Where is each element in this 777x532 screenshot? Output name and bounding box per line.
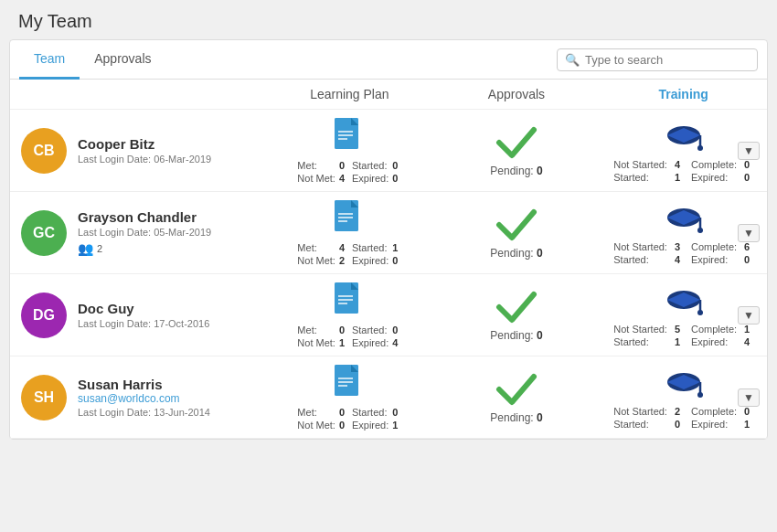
svg-rect-3 bbox=[338, 131, 353, 133]
approvals-cell: Pending: 0 bbox=[433, 282, 601, 349]
page-title: My Team bbox=[18, 11, 759, 32]
member-details: Grayson ChandlerLast Login Date: 05-Mar-… bbox=[78, 209, 255, 256]
approvals-cell: Pending: 0 bbox=[433, 117, 601, 185]
member-info: DGDoc GuyLast Login Date: 17-Oct-2016 bbox=[10, 283, 266, 347]
table-row: DGDoc GuyLast Login Date: 17-Oct-2016 Me… bbox=[10, 274, 767, 356]
table-row: CBCooper BitzLast Login Date: 06-Mar-201… bbox=[10, 110, 767, 192]
approvals-cell: Pending: 0 bbox=[433, 364, 601, 431]
search-icon: 🔍 bbox=[565, 53, 580, 67]
col-header-training: Training bbox=[600, 87, 767, 101]
lp-stats: Met:0 Started:0 Not Met:0 Expired:1 bbox=[297, 407, 401, 431]
member-details: Doc GuyLast Login Date: 17-Oct-2016 bbox=[78, 301, 255, 329]
svg-rect-38 bbox=[338, 385, 347, 387]
row-dropdown-button[interactable]: ▼ bbox=[738, 306, 760, 325]
graduation-icon bbox=[663, 201, 705, 238]
member-badge: 👥2 bbox=[78, 241, 255, 256]
avatar: GC bbox=[21, 210, 67, 256]
training-stats: Not Started:2 Complete:0 Started:0 Expir… bbox=[613, 406, 753, 430]
member-login: Last Login Date: 13-Jun-2014 bbox=[78, 407, 255, 418]
member-name: Cooper Bitz bbox=[78, 136, 255, 152]
training-stats: Not Started:3 Complete:6 Started:4 Expir… bbox=[613, 241, 753, 265]
member-login: Last Login Date: 05-Mar-2019 bbox=[78, 227, 255, 238]
svg-point-43 bbox=[697, 392, 703, 398]
member-login: Last Login Date: 17-Oct-2016 bbox=[78, 318, 255, 329]
search-box: 🔍 bbox=[557, 48, 758, 71]
svg-rect-26 bbox=[338, 299, 353, 301]
row-dropdown-button[interactable]: ▼ bbox=[738, 142, 760, 160]
training-cell: Not Started:2 Complete:0 Started:0 Expir… bbox=[600, 358, 767, 437]
lp-cell: Met:0 Started:0 Not Met:1 Expired:4 bbox=[266, 275, 433, 356]
lp-cell: Met:4 Started:1 Not Met:2 Expired:0 bbox=[266, 193, 433, 273]
row-dropdown-button[interactable]: ▼ bbox=[738, 388, 760, 407]
lp-stats: Met:4 Started:1 Not Met:2 Expired:0 bbox=[297, 242, 401, 266]
svg-rect-15 bbox=[338, 217, 353, 218]
avatar: SH bbox=[21, 375, 67, 420]
member-login: Last Login Date: 06-Mar-2019 bbox=[78, 154, 255, 165]
badge-count: 2 bbox=[97, 243, 102, 254]
member-info: SHSusan Harrissusan@worldco.comLast Logi… bbox=[10, 366, 266, 430]
training-cell: Not Started:3 Complete:6 Started:4 Expir… bbox=[600, 194, 767, 272]
member-info: CBCooper BitzLast Login Date: 06-Mar-201… bbox=[10, 119, 266, 183]
member-details: Cooper BitzLast Login Date: 06-Mar-2019 bbox=[78, 136, 255, 165]
svg-rect-25 bbox=[338, 295, 353, 297]
tabs-bar: Team Approvals 🔍 bbox=[10, 40, 767, 80]
member-email: susan@worldco.com bbox=[78, 392, 255, 405]
member-info: GCGrayson ChandlerLast Login Date: 05-Ma… bbox=[10, 200, 266, 265]
avatar: DG bbox=[21, 293, 67, 338]
search-input[interactable] bbox=[585, 53, 750, 67]
approvals-pending: Pending: 0 bbox=[490, 411, 542, 424]
col-header-approvals: Approvals bbox=[433, 87, 601, 101]
svg-point-21 bbox=[697, 228, 703, 233]
avatar: CB bbox=[21, 128, 67, 174]
training-cell: Not Started:5 Complete:1 Started:1 Expir… bbox=[600, 276, 767, 355]
approvals-cell: Pending: 0 bbox=[433, 199, 601, 267]
svg-point-32 bbox=[697, 310, 703, 315]
lp-cell: Met:0 Started:0 Not Met:4 Expired:0 bbox=[266, 111, 433, 191]
row-dropdown-button[interactable]: ▼ bbox=[738, 224, 760, 242]
document-icon bbox=[333, 200, 366, 239]
svg-rect-14 bbox=[338, 213, 353, 215]
column-headers: Learning Plan Approvals Training bbox=[10, 80, 767, 110]
tab-team[interactable]: Team bbox=[19, 40, 80, 80]
document-icon bbox=[333, 118, 366, 156]
main-card: Team Approvals 🔍 Learning Plan Approvals… bbox=[9, 39, 768, 440]
svg-rect-16 bbox=[338, 220, 347, 222]
table-row: GCGrayson ChandlerLast Login Date: 05-Ma… bbox=[10, 192, 767, 274]
checkmark-icon bbox=[495, 124, 538, 161]
training-cell: Not Started:4 Complete:0 Started:1 Expir… bbox=[600, 112, 767, 190]
approvals-pending: Pending: 0 bbox=[490, 165, 542, 177]
lp-stats: Met:0 Started:0 Not Met:1 Expired:4 bbox=[297, 325, 401, 348]
checkmark-icon bbox=[495, 289, 538, 325]
training-stats: Not Started:4 Complete:0 Started:1 Expir… bbox=[613, 159, 753, 183]
checkmark-icon bbox=[495, 207, 538, 243]
svg-rect-27 bbox=[338, 303, 347, 304]
svg-rect-36 bbox=[338, 378, 353, 379]
lp-stats: Met:0 Started:0 Not Met:4 Expired:0 bbox=[297, 160, 401, 184]
member-name: Susan Harris bbox=[78, 377, 255, 392]
table-row: SHSusan Harrissusan@worldco.comLast Logi… bbox=[10, 356, 767, 439]
checkmark-icon bbox=[495, 371, 538, 408]
document-icon bbox=[333, 282, 366, 321]
tab-approvals[interactable]: Approvals bbox=[80, 40, 165, 80]
members-list: CBCooper BitzLast Login Date: 06-Mar-201… bbox=[10, 110, 767, 439]
svg-point-10 bbox=[697, 145, 703, 151]
col-header-lp: Learning Plan bbox=[266, 87, 433, 101]
member-name: Grayson Chandler bbox=[78, 209, 255, 225]
document-icon bbox=[333, 365, 366, 403]
graduation-icon bbox=[663, 366, 705, 402]
approvals-pending: Pending: 0 bbox=[490, 247, 542, 260]
svg-rect-5 bbox=[338, 138, 347, 140]
lp-cell: Met:0 Started:0 Not Met:0 Expired:1 bbox=[266, 357, 433, 438]
svg-rect-4 bbox=[338, 134, 353, 136]
member-details: Susan Harrissusan@worldco.comLast Login … bbox=[78, 377, 255, 418]
training-stats: Not Started:5 Complete:1 Started:1 Expir… bbox=[613, 324, 753, 347]
graduation-icon bbox=[663, 283, 705, 320]
col-header-name bbox=[10, 87, 266, 101]
page-header: My Team bbox=[0, 0, 777, 39]
approvals-pending: Pending: 0 bbox=[490, 329, 542, 342]
graduation-icon bbox=[663, 119, 705, 155]
svg-rect-37 bbox=[338, 381, 353, 383]
member-name: Doc Guy bbox=[78, 301, 255, 316]
group-icon: 👥 bbox=[78, 241, 93, 256]
